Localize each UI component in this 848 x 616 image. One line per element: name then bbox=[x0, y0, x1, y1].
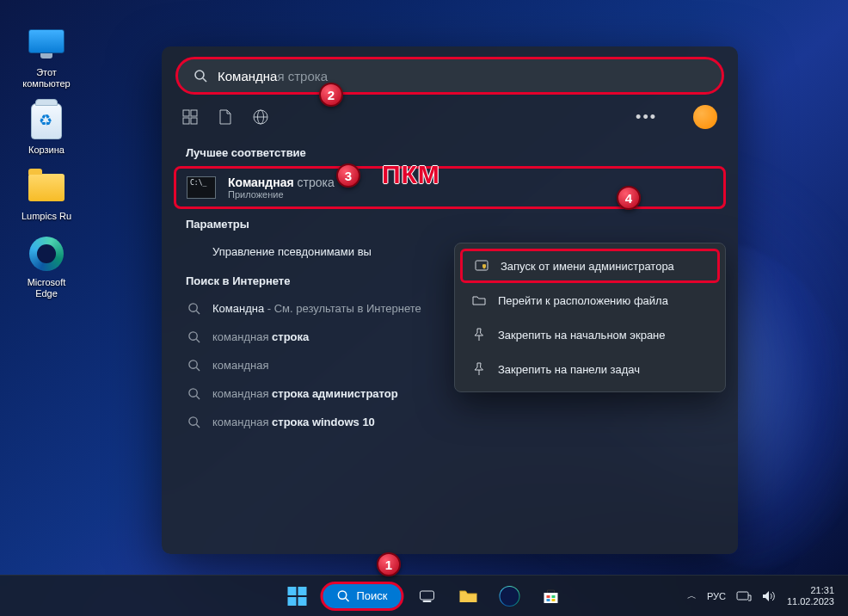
desktop-icon-edge[interactable]: MicrosoftEdge bbox=[12, 234, 81, 299]
search-icon bbox=[187, 302, 200, 315]
task-view-icon bbox=[419, 588, 436, 605]
svg-point-11 bbox=[189, 332, 197, 340]
svg-rect-22 bbox=[421, 591, 434, 600]
desktop-icon-label: Корзина bbox=[12, 145, 81, 156]
search-icon bbox=[336, 589, 349, 602]
more-button[interactable]: ••• bbox=[636, 108, 657, 126]
svg-point-17 bbox=[189, 417, 197, 425]
search-icon bbox=[187, 416, 200, 428]
step-marker-4: 4 bbox=[617, 186, 641, 210]
desktop-icon-label: Этоткомпьютер bbox=[12, 67, 81, 89]
edge-icon bbox=[500, 586, 520, 607]
desktop-icon-this-pc[interactable]: Этоткомпьютер bbox=[12, 24, 81, 89]
user-avatar[interactable] bbox=[693, 105, 717, 129]
svg-point-0 bbox=[195, 71, 204, 79]
svg-point-9 bbox=[189, 304, 197, 311]
svg-line-10 bbox=[196, 311, 200, 314]
svg-rect-23 bbox=[423, 601, 432, 602]
taskbar-center: Поиск bbox=[279, 580, 568, 613]
ctx-run-as-admin[interactable]: Запуск от имени администратора bbox=[460, 249, 720, 283]
clock-date: 11.02.2023 bbox=[787, 596, 834, 607]
clock-time: 21:31 bbox=[787, 585, 834, 596]
svg-line-21 bbox=[346, 598, 349, 601]
svg-rect-25 bbox=[552, 595, 556, 598]
svg-point-13 bbox=[189, 360, 197, 368]
svg-rect-24 bbox=[547, 595, 550, 598]
desktop-icon-recycle-bin[interactable]: ♻ Корзина bbox=[12, 102, 81, 156]
store-icon bbox=[542, 588, 561, 605]
start-button[interactable] bbox=[279, 580, 315, 613]
svg-rect-3 bbox=[191, 110, 197, 116]
taskbar-edge[interactable] bbox=[492, 580, 528, 613]
step-marker-1: 1 bbox=[377, 552, 401, 576]
folder-icon bbox=[459, 588, 478, 604]
best-match-subtitle: Приложение bbox=[228, 189, 335, 200]
volume-icon[interactable] bbox=[762, 590, 777, 602]
web-filter-icon[interactable] bbox=[253, 109, 268, 125]
svg-rect-26 bbox=[547, 599, 550, 601]
cmd-icon: C:\_ bbox=[187, 176, 216, 199]
desktop-icon-label: MicrosoftEdge bbox=[12, 277, 81, 299]
svg-line-16 bbox=[196, 396, 200, 399]
svg-rect-5 bbox=[191, 118, 197, 124]
search-input[interactable]: Командная строка bbox=[175, 57, 724, 95]
svg-rect-2 bbox=[183, 110, 189, 116]
tray-overflow-button[interactable]: ︿ bbox=[687, 589, 697, 602]
search-icon bbox=[194, 69, 207, 83]
search-filter-row: ••• bbox=[162, 105, 738, 138]
rmb-hint-label: ПКМ bbox=[382, 160, 440, 189]
ctx-pin-taskbar[interactable]: Закрепить на панели задач bbox=[460, 352, 720, 386]
documents-filter-icon[interactable] bbox=[218, 109, 232, 125]
language-indicator[interactable]: РУС bbox=[707, 591, 726, 601]
pin-icon bbox=[472, 362, 486, 376]
folder-icon bbox=[472, 293, 486, 307]
taskbar: Поиск ︿ РУС 21:31 11.02.2023 bbox=[0, 575, 848, 616]
taskbar-explorer[interactable] bbox=[451, 580, 487, 613]
shield-admin-icon bbox=[475, 259, 489, 273]
step-marker-2: 2 bbox=[319, 83, 343, 107]
taskbar-store[interactable] bbox=[533, 580, 569, 613]
svg-rect-28 bbox=[737, 592, 748, 600]
svg-line-12 bbox=[196, 339, 200, 342]
network-icon[interactable] bbox=[736, 590, 752, 602]
svg-rect-4 bbox=[183, 118, 189, 124]
system-tray: ︿ РУС 21:31 11.02.2023 bbox=[687, 585, 848, 607]
best-match-result[interactable]: C:\_ Командная строка Приложение bbox=[174, 166, 726, 209]
svg-line-1 bbox=[203, 78, 206, 82]
search-icon bbox=[187, 359, 200, 372]
start-search-panel: Командная строка ••• Лучшее соответствие… bbox=[162, 46, 738, 554]
apps-filter-icon[interactable] bbox=[182, 109, 198, 125]
svg-point-15 bbox=[189, 389, 197, 397]
desktop-icon-folder-lumpics[interactable]: Lumpics Ru bbox=[12, 168, 81, 222]
svg-line-14 bbox=[196, 367, 200, 371]
best-match-heading: Лучшее соответствие bbox=[162, 138, 738, 166]
clock[interactable]: 21:31 11.02.2023 bbox=[787, 585, 834, 607]
desktop-icon-label: Lumpics Ru bbox=[12, 211, 81, 222]
settings-heading: Параметры bbox=[162, 209, 738, 237]
svg-rect-27 bbox=[552, 599, 556, 601]
context-menu: Запуск от имени администратора Перейти к… bbox=[454, 243, 726, 392]
svg-line-18 bbox=[196, 424, 200, 428]
search-icon bbox=[187, 330, 200, 343]
ctx-pin-start[interactable]: Закрепить на начальном экране bbox=[460, 317, 720, 352]
svg-point-20 bbox=[338, 591, 346, 599]
pin-icon bbox=[472, 328, 486, 342]
windows-logo-icon bbox=[287, 587, 306, 606]
search-icon bbox=[187, 387, 200, 400]
taskbar-search-button[interactable]: Поиск bbox=[320, 582, 403, 611]
taskbar-task-view[interactable] bbox=[409, 580, 446, 613]
step-marker-3: 3 bbox=[336, 163, 360, 188]
search-text: Командная строка bbox=[218, 69, 328, 83]
web-result[interactable]: командная строка windows 10 bbox=[162, 408, 738, 436]
desktop-icon-column: Этоткомпьютер ♻ Корзина Lumpics Ru Micro… bbox=[12, 24, 89, 311]
ctx-open-file-location[interactable]: Перейти к расположению файла bbox=[460, 283, 720, 317]
